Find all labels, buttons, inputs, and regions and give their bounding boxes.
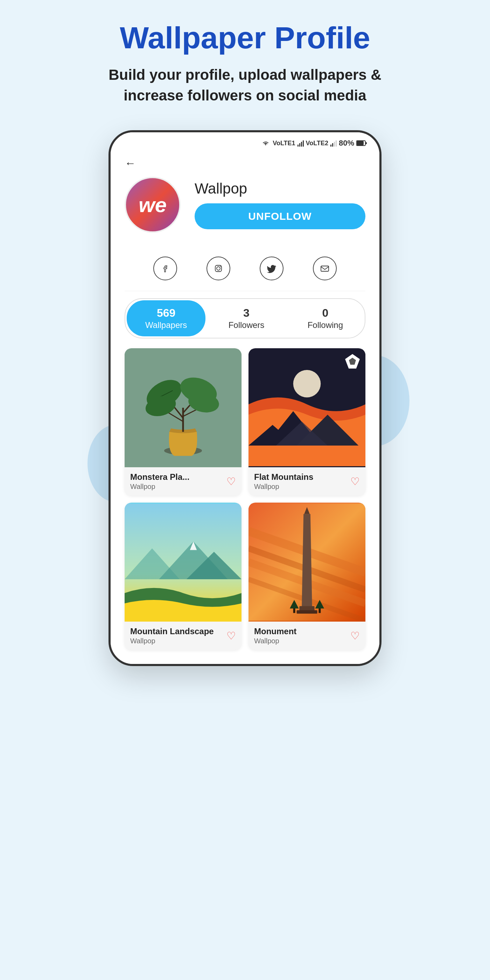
wallpaper-info-3: Monument Wallpop ♡ xyxy=(248,622,365,650)
svg-point-28 xyxy=(293,370,321,398)
monument-illustration xyxy=(248,503,365,622)
svg-rect-9 xyxy=(356,141,364,145)
heart-icon-0[interactable]: ♡ xyxy=(226,475,236,488)
battery-percentage: 80% xyxy=(339,138,354,148)
signal-bars-1 xyxy=(298,140,304,146)
tab-wallpapers[interactable]: 569 Wallpapers xyxy=(127,300,205,336)
wallpaper-thumb-3 xyxy=(248,503,365,622)
svg-rect-14 xyxy=(321,266,329,271)
followers-label: Followers xyxy=(229,320,265,330)
app-content: ← we Wallpop UNFOLLOW xyxy=(111,151,379,664)
phone-mockup: VoLTE1 VoLTE2 80% xyxy=(108,130,382,666)
heart-icon-2[interactable]: ♡ xyxy=(226,630,236,642)
email-icon[interactable] xyxy=(313,256,337,280)
wallpaper-author-3: Wallpop xyxy=(254,637,296,645)
svg-rect-6 xyxy=(334,142,335,146)
svg-rect-3 xyxy=(303,140,304,146)
heart-icon-1[interactable]: ♡ xyxy=(350,475,360,488)
tab-following[interactable]: 0 Following xyxy=(286,299,365,338)
svg-rect-2 xyxy=(301,142,302,146)
wallpaper-text-2: Mountain Landscape Wallpop xyxy=(130,627,214,645)
wallpaper-card-0[interactable]: Monstera Pla... Wallpop ♡ xyxy=(125,348,242,496)
svg-rect-4 xyxy=(330,145,331,146)
twitter-icon[interactable] xyxy=(260,256,283,280)
avatar-initials: we xyxy=(138,193,167,217)
page-title: Wallpaper Profile xyxy=(120,21,370,55)
page-subtitle: Build your profile, upload wallpapers & … xyxy=(94,65,396,106)
lte2-text: VoLTE2 xyxy=(306,140,328,147)
wallpaper-text-1: Flat Mountains Wallpop xyxy=(254,472,313,491)
status-bar: VoLTE1 VoLTE2 80% xyxy=(111,132,379,151)
following-count: 0 xyxy=(322,307,328,320)
lte-text: VoLTE1 xyxy=(273,140,295,147)
wallpaper-info-1: Flat Mountains Wallpop ♡ xyxy=(248,467,365,496)
wallpaper-thumb-2 xyxy=(125,503,242,622)
stats-tabs: 569 Wallpapers 3 Followers 0 Following xyxy=(125,298,365,339)
wallpaper-thumb-1 xyxy=(248,348,365,467)
facebook-icon[interactable] xyxy=(153,256,177,280)
profile-info: Wallpop UNFOLLOW xyxy=(195,180,365,229)
svg-marker-44 xyxy=(302,514,312,607)
wallpaper-card-2[interactable]: Mountain Landscape Wallpop ♡ xyxy=(125,503,242,650)
svg-point-12 xyxy=(216,267,220,270)
wallpaper-text-0: Monstera Pla... Wallpop xyxy=(130,472,189,491)
wallpaper-info-0: Monstera Pla... Wallpop ♡ xyxy=(125,467,242,496)
wallpaper-text-3: Monument Wallpop xyxy=(254,627,296,645)
instagram-icon[interactable] xyxy=(207,256,230,280)
signal-bars-2 xyxy=(330,140,337,146)
status-icons: VoLTE1 VoLTE2 80% xyxy=(261,138,367,148)
profile-section: we Wallpop UNFOLLOW xyxy=(125,177,365,233)
unfollow-button[interactable]: UNFOLLOW xyxy=(195,204,365,229)
svg-rect-0 xyxy=(298,145,299,146)
wallpaper-info-2: Mountain Landscape Wallpop ♡ xyxy=(125,622,242,650)
wallpaper-card-1[interactable]: Flat Mountains Wallpop ♡ xyxy=(248,348,365,496)
wallpaper-thumb-0 xyxy=(125,348,242,467)
svg-rect-5 xyxy=(332,143,333,146)
profile-name: Wallpop xyxy=(195,180,365,197)
following-label: Following xyxy=(308,320,343,330)
svg-marker-33 xyxy=(349,358,356,365)
battery-icon xyxy=(356,140,367,146)
heart-icon-3[interactable]: ♡ xyxy=(350,630,360,642)
back-button[interactable]: ← xyxy=(125,151,136,177)
wallpaper-card-3[interactable]: Monument Wallpop ♡ xyxy=(248,503,365,650)
wallpaper-author-1: Wallpop xyxy=(254,483,313,491)
wallpaper-title-3: Monument xyxy=(254,627,296,636)
wallpapers-label: Wallpapers xyxy=(145,320,187,330)
social-icons-row xyxy=(125,250,365,291)
wallpaper-title-1: Flat Mountains xyxy=(254,472,313,482)
svg-point-13 xyxy=(220,266,221,267)
svg-rect-1 xyxy=(299,143,300,146)
svg-rect-10 xyxy=(366,142,367,144)
wallpapers-count: 569 xyxy=(157,307,175,320)
wallpaper-title-2: Mountain Landscape xyxy=(130,627,214,636)
wallpaper-author-2: Wallpop xyxy=(130,637,214,645)
wallpaper-title-0: Monstera Pla... xyxy=(130,472,189,482)
avatar: we xyxy=(125,177,181,233)
wifi-icon xyxy=(261,140,270,146)
svg-rect-46 xyxy=(299,606,314,611)
svg-rect-47 xyxy=(297,610,317,614)
svg-rect-7 xyxy=(336,140,337,146)
wallpaper-grid: Monstera Pla... Wallpop ♡ xyxy=(125,348,365,650)
tab-followers[interactable]: 3 Followers xyxy=(207,299,286,338)
monstera-illustration xyxy=(125,348,242,467)
landscape-illustration xyxy=(125,503,242,622)
wallpaper-author-0: Wallpop xyxy=(130,483,189,491)
followers-count: 3 xyxy=(243,307,250,320)
